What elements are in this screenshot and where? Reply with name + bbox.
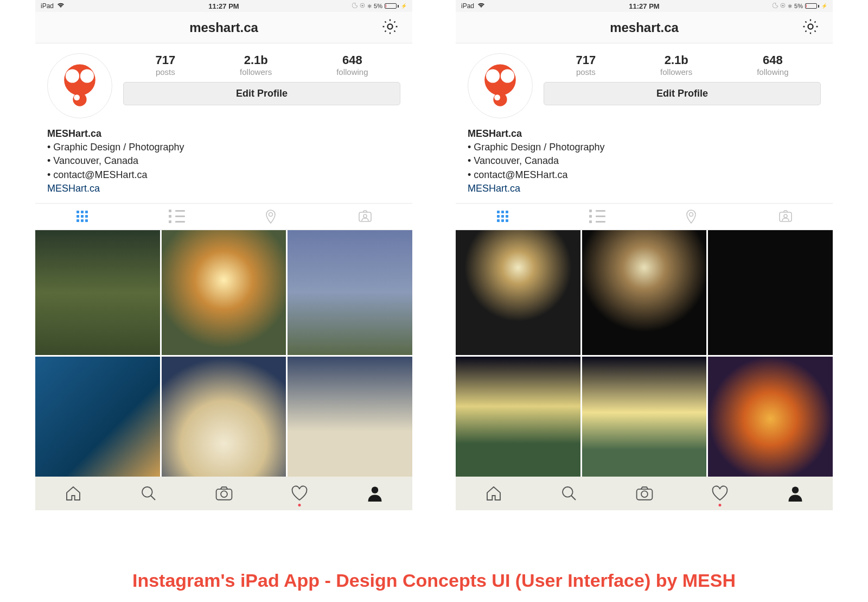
svg-point-28 bbox=[641, 491, 648, 497]
nav-activity[interactable] bbox=[289, 483, 310, 504]
battery-percent: 5% bbox=[794, 3, 803, 9]
photo-tile[interactable] bbox=[288, 357, 412, 481]
svg-point-23 bbox=[690, 212, 693, 216]
status-bar: iPad 11:27 PM ✱ 5% ⚡ bbox=[456, 0, 833, 12]
nav-search[interactable] bbox=[558, 483, 580, 504]
photo-tile[interactable] bbox=[582, 230, 707, 355]
rotation-lock-icon bbox=[360, 3, 365, 9]
camera-icon bbox=[635, 485, 654, 502]
photo-tile[interactable] bbox=[162, 230, 286, 355]
nav-activity[interactable] bbox=[709, 483, 731, 504]
top-bar: meshart.ca bbox=[456, 12, 833, 43]
nav-camera[interactable] bbox=[634, 483, 655, 504]
photo-tile[interactable] bbox=[708, 357, 833, 481]
clock: 11:27 PM bbox=[208, 2, 239, 10]
profile-header: 717 posts 2.1b followers 648 following E… bbox=[35, 43, 412, 124]
ipad-screen-left: iPad 11:27 PM ✱ 5% ⚡ meshart.ca bbox=[35, 0, 412, 510]
tab-places[interactable] bbox=[224, 204, 318, 230]
profile-icon bbox=[787, 485, 803, 502]
svg-rect-16 bbox=[782, 5, 784, 7]
home-icon bbox=[485, 485, 502, 502]
nav-home[interactable] bbox=[62, 483, 84, 504]
pin-icon bbox=[264, 209, 277, 224]
svg-point-11 bbox=[142, 487, 152, 497]
bottom-nav bbox=[35, 477, 412, 510]
edit-profile-button[interactable]: Edit Profile bbox=[544, 82, 821, 105]
svg-rect-24 bbox=[780, 212, 792, 221]
notification-dot bbox=[718, 504, 721, 506]
stat-posts[interactable]: 717 posts bbox=[576, 53, 596, 77]
photo-grid: 💬2 ♥4 bbox=[35, 230, 412, 510]
photo-tile[interactable] bbox=[582, 357, 707, 481]
svg-point-25 bbox=[784, 214, 787, 218]
stat-followers[interactable]: 2.1b followers bbox=[660, 53, 692, 77]
photo-tile[interactable] bbox=[162, 357, 286, 481]
page-title: meshart.ca bbox=[610, 20, 679, 35]
svg-point-22 bbox=[494, 94, 500, 100]
tab-grid[interactable] bbox=[35, 204, 130, 230]
tab-grid[interactable] bbox=[456, 204, 550, 230]
list-icon bbox=[589, 210, 605, 223]
home-icon bbox=[65, 485, 82, 502]
nav-profile[interactable] bbox=[784, 483, 806, 504]
profile-header: 717 posts 2.1b followers 648 following E… bbox=[456, 43, 833, 124]
heart-icon bbox=[711, 485, 729, 502]
photo-tile[interactable] bbox=[288, 230, 412, 355]
photo-tile[interactable] bbox=[456, 230, 580, 355]
svg-point-20 bbox=[501, 69, 514, 83]
edit-profile-button[interactable]: Edit Profile bbox=[123, 82, 400, 105]
stat-following[interactable]: 648 following bbox=[757, 53, 788, 77]
bio-link[interactable]: MESHart.ca bbox=[47, 182, 400, 195]
top-bar: meshart.ca bbox=[35, 12, 412, 43]
tab-places[interactable] bbox=[644, 204, 739, 230]
nav-camera[interactable] bbox=[213, 483, 235, 504]
tagged-icon bbox=[778, 210, 793, 223]
stat-followers[interactable]: 2.1b followers bbox=[240, 53, 272, 77]
stats-row: 717 posts 2.1b followers 648 following bbox=[544, 53, 821, 77]
rotation-lock-icon bbox=[780, 3, 786, 9]
svg-point-17 bbox=[808, 24, 813, 29]
svg-rect-9 bbox=[359, 212, 371, 221]
bio-link[interactable]: MESHart.ca bbox=[468, 182, 821, 195]
bio-line: • contact@MESHart.ca bbox=[468, 168, 821, 182]
tab-tagged[interactable] bbox=[318, 204, 412, 230]
bottom-nav bbox=[456, 477, 833, 510]
svg-point-29 bbox=[792, 487, 799, 494]
charging-icon: ⚡ bbox=[401, 3, 407, 9]
stat-following[interactable]: 648 following bbox=[336, 53, 368, 77]
bio-line: • contact@MESHart.ca bbox=[47, 168, 400, 182]
bio-name: MESHart.ca bbox=[468, 127, 821, 141]
list-icon bbox=[169, 210, 185, 223]
photo-tile[interactable] bbox=[35, 357, 160, 481]
settings-button[interactable] bbox=[801, 17, 820, 38]
tab-list[interactable] bbox=[130, 204, 224, 230]
tab-tagged[interactable] bbox=[738, 204, 833, 230]
stat-posts[interactable]: 717 posts bbox=[155, 53, 175, 77]
photo-tile[interactable] bbox=[456, 357, 580, 481]
device-label: iPad bbox=[41, 2, 54, 10]
svg-point-13 bbox=[221, 491, 227, 497]
bluetooth-icon: ✱ bbox=[788, 3, 792, 9]
avatar[interactable] bbox=[47, 53, 112, 118]
battery-percent: 5% bbox=[374, 3, 382, 9]
svg-point-4 bbox=[66, 69, 79, 83]
tab-list[interactable] bbox=[550, 204, 644, 230]
bio-line: • Graphic Design / Photography bbox=[47, 141, 400, 154]
image-caption: Instagram's iPad App - Design Concepts U… bbox=[0, 570, 868, 591]
nav-profile[interactable] bbox=[364, 483, 386, 504]
photo-tile[interactable] bbox=[708, 230, 833, 355]
photo-tile[interactable] bbox=[35, 230, 160, 355]
battery-icon bbox=[385, 3, 399, 9]
moon-icon bbox=[352, 3, 358, 9]
bio-name: MESHart.ca bbox=[47, 127, 400, 141]
nav-home[interactable] bbox=[483, 483, 505, 504]
status-bar: iPad 11:27 PM ✱ 5% ⚡ bbox=[35, 0, 412, 12]
settings-button[interactable] bbox=[381, 17, 399, 38]
nav-search[interactable] bbox=[138, 483, 159, 504]
svg-point-8 bbox=[269, 212, 273, 216]
profile-tabs bbox=[35, 203, 412, 230]
camera-icon bbox=[215, 485, 233, 502]
svg-point-19 bbox=[486, 69, 500, 83]
clock: 11:27 PM bbox=[629, 2, 659, 10]
avatar[interactable] bbox=[468, 53, 533, 118]
